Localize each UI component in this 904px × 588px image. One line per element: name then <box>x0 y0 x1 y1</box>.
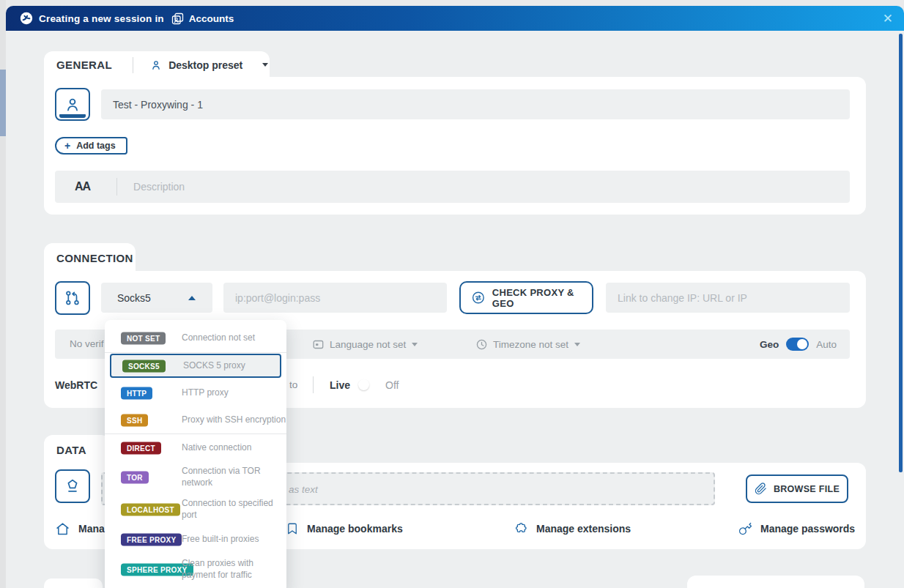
webrtc-state-label: Off <box>385 375 399 395</box>
manage-extensions-link[interactable]: Manage extensions <box>513 516 631 541</box>
dropdown-item-http[interactable]: HTTP HTTP proxy <box>105 380 286 406</box>
avatar-accent-bar <box>59 114 86 118</box>
new-session-modal: Creating a new session in Accounts ✕ GEN… <box>0 0 904 588</box>
chevron-down-icon <box>412 343 418 346</box>
drop-zone-placeholder: as text <box>289 483 318 494</box>
puzzle-icon <box>513 521 528 537</box>
proxy-item-label: Connection not set <box>182 332 255 344</box>
description-field: AA <box>55 171 850 203</box>
preset-value: Desktop preset <box>168 59 242 71</box>
section-tab-general: GENERAL Desktop preset <box>44 51 270 78</box>
clock-icon <box>476 339 487 350</box>
tab-divider <box>133 57 133 73</box>
language-value: Language not set <box>330 339 406 350</box>
dropdown-item-tor[interactable]: TOR Connection via TOR network <box>105 461 286 494</box>
verification-status: No verif <box>70 330 104 359</box>
chevron-down-icon <box>574 343 580 346</box>
field-divider <box>116 178 117 196</box>
session-avatar-button[interactable] <box>55 88 90 121</box>
proxy-badge: NOT SET <box>121 332 166 345</box>
accounts-icon <box>171 12 184 25</box>
proxy-type-select[interactable]: Socks5 <box>101 283 212 313</box>
proxy-address-input[interactable] <box>223 283 447 313</box>
add-tags-button[interactable]: + Add tags <box>55 137 127 155</box>
toggle-knob <box>358 379 369 390</box>
proxy-badge: FREE PROXY <box>121 533 182 546</box>
modal-context-label: Accounts <box>189 13 234 24</box>
next-section-tab-partial <box>44 578 103 588</box>
toggle-knob <box>797 339 807 349</box>
section-tab-connection: CONNECTION <box>44 243 136 272</box>
proxy-badge: DIRECT <box>121 442 161 455</box>
language-icon <box>313 339 324 350</box>
cookies-iconbox <box>55 469 90 503</box>
connection-type-iconbox <box>55 281 90 315</box>
refresh-arrows-icon <box>472 291 485 305</box>
proxy-item-label: Free built-in proxies <box>182 534 259 546</box>
geo-setting: Geo Auto <box>760 330 837 359</box>
person-icon <box>150 59 162 71</box>
proxy-item-label: Proxy with SSH encryption <box>182 414 286 426</box>
description-input[interactable] <box>132 180 838 193</box>
dropdown-item-ssh[interactable]: SSH Proxy with SSH encryption <box>105 406 286 433</box>
change-ip-link-input[interactable] <box>606 283 850 313</box>
key-icon <box>738 522 752 536</box>
chevron-down-icon <box>262 63 268 67</box>
proxy-item-label: Native connection <box>182 442 251 454</box>
timezone-value: Timezone not set <box>493 339 568 350</box>
home-icon <box>55 521 70 537</box>
proxy-item-label: SOCKS 5 proxy <box>183 360 245 372</box>
webrtc-label: WebRTC <box>55 375 97 395</box>
manage-homepage-link[interactable]: Mana <box>55 516 105 541</box>
geo-toggle[interactable] <box>786 338 809 351</box>
plus-icon: + <box>64 141 70 151</box>
manage-passwords-link[interactable]: Manage passwords <box>738 516 855 541</box>
dropdown-item-localhost[interactable]: LOCALHOST Connection to specified port <box>105 494 286 526</box>
dropdown-divider <box>105 352 286 353</box>
background-edge-strip <box>0 0 6 588</box>
scrollbar-thumb[interactable] <box>899 34 903 472</box>
paperclip-icon <box>755 483 767 495</box>
chevron-up-icon <box>188 296 196 300</box>
section-tab-data: DATA <box>44 435 110 464</box>
text-format-icon: AA <box>75 180 90 193</box>
browse-file-button[interactable]: BROWSE FILE <box>746 475 848 503</box>
general-section-title: GENERAL <box>56 59 112 71</box>
proxy-badge: LOCALHOST <box>121 504 180 516</box>
geo-mode-value: Auto <box>816 339 837 350</box>
check-proxy-button[interactable]: CHECK PROXY & GEO <box>459 281 593 314</box>
person-icon <box>64 96 81 113</box>
proxy-badge: SOCKS5 <box>122 360 166 372</box>
proxy-item-label: Connection to specified port <box>182 498 273 521</box>
proxy-item-label: HTTP proxy <box>182 387 229 399</box>
proxy-type-value: Socks5 <box>117 292 151 304</box>
modal-title: Creating a new session in <box>39 13 164 24</box>
preset-dropdown[interactable]: Desktop preset <box>150 59 268 71</box>
proxy-badge: SSH <box>121 414 148 426</box>
modal-titlebar: Creating a new session in Accounts ✕ <box>6 6 904 31</box>
close-icon[interactable]: ✕ <box>883 6 893 31</box>
next-section-card-partial <box>687 576 864 588</box>
proxy-type-dropdown: NOT SET Connection not set SOCKS5 SOCKS … <box>105 320 286 588</box>
proxy-badge: HTTP <box>121 387 152 400</box>
dropdown-item-not-set[interactable]: NOT SET Connection not set <box>105 325 286 351</box>
background-edge-accent <box>0 70 6 136</box>
language-select[interactable]: Language not set <box>313 330 418 359</box>
session-name-input[interactable] <box>101 89 850 119</box>
dropdown-item-sphere-proxy[interactable]: SPHERE PROXY Clean proxies with payment … <box>105 553 286 587</box>
dropdown-item-socks5-selected[interactable]: SOCKS5 SOCKS 5 proxy <box>110 354 281 378</box>
proxy-item-label: Clean proxies with payment for traffic <box>182 558 253 581</box>
data-section-title: DATA <box>56 444 86 456</box>
manage-bookmarks-link[interactable]: Manage bookmarks <box>286 516 403 541</box>
dropdown-item-direct[interactable]: DIRECT Native connection <box>105 435 286 461</box>
dropdown-divider <box>105 433 286 434</box>
proxy-item-label: Connection via TOR network <box>182 466 261 488</box>
app-logo-icon <box>20 12 33 25</box>
timezone-select[interactable]: Timezone not set <box>476 330 580 359</box>
proxy-badge: TOR <box>121 472 149 484</box>
webrtc-live-label: Live <box>330 375 350 395</box>
connection-section-title: CONNECTION <box>56 252 133 264</box>
dropdown-item-free-proxy[interactable]: FREE PROXY Free built-in proxies <box>105 526 286 553</box>
cookies-icon <box>64 477 81 495</box>
webrtc-mode-fragment: to <box>289 375 297 395</box>
